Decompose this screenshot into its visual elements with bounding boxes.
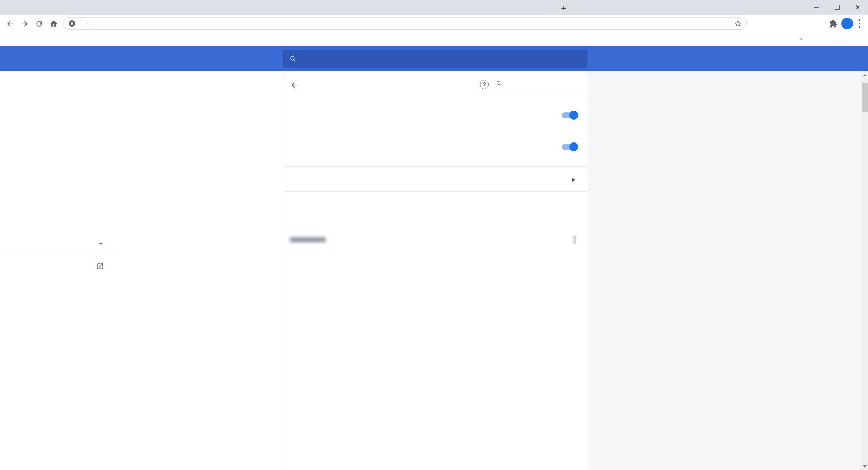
saved-passwords-title-redacted: [290, 237, 326, 242]
profile-avatar[interactable]: [841, 18, 853, 29]
forward-arrow-icon: [20, 19, 29, 28]
toggle-knob: [569, 142, 578, 151]
row-check-passwords[interactable]: [283, 167, 587, 191]
settings-search-box[interactable]: [283, 50, 587, 68]
sidebar-item-about-chrome[interactable]: [0, 276, 113, 294]
tab-strip: + ✕: [0, 0, 868, 15]
chevron-down-icon: [99, 243, 103, 245]
chrome-window: + ✕: [0, 0, 868, 470]
back-arrow-icon: [290, 81, 299, 89]
url-selected-text[interactable]: [87, 23, 88, 24]
window-controls: ✕: [806, 0, 868, 14]
passwords-card: ?: [283, 74, 587, 470]
auto-signin-toggle[interactable]: [562, 144, 577, 150]
search-icon: [289, 55, 297, 63]
settings-header: [0, 46, 868, 71]
chrome-menu-button[interactable]: [854, 19, 864, 28]
extensions-menu-button[interactable]: [828, 19, 838, 28]
password-search-field[interactable]: [496, 79, 582, 89]
back-arrow-icon: [6, 19, 14, 28]
settings-page: ?: [0, 71, 868, 470]
restore-button[interactable]: [826, 0, 847, 14]
restore-icon: [835, 5, 840, 10]
puzzle-icon: [829, 19, 838, 28]
chrome-page-icon: [69, 20, 75, 27]
close-button[interactable]: ✕: [847, 0, 868, 14]
home-button[interactable]: [48, 18, 59, 29]
bookmark-star-button[interactable]: [734, 19, 743, 28]
three-dots-icon: [859, 19, 860, 28]
scrollbar[interactable]: [861, 71, 868, 470]
search-icon: [496, 80, 503, 87]
row-auto-signin: [283, 127, 587, 166]
star-icon: [734, 19, 742, 28]
offer-save-toggle[interactable]: [562, 112, 577, 118]
reload-icon: [35, 19, 43, 28]
address-bar[interactable]: [62, 17, 747, 30]
back-button-settings[interactable]: [289, 80, 300, 90]
subpage-arrow-icon: [572, 178, 575, 182]
reload-button[interactable]: [33, 18, 44, 29]
sidebar-separator: [0, 254, 113, 254]
row-offer-save-passwords: [283, 103, 587, 127]
password-search-input[interactable]: [506, 79, 576, 87]
help-button[interactable]: ?: [480, 80, 489, 89]
saved-passwords-menu-button[interactable]: [574, 235, 576, 244]
back-button[interactable]: [5, 18, 15, 29]
bookmarks-overflow-chevron[interactable]: »: [799, 35, 802, 42]
row-google-account: [283, 192, 587, 222]
browser-toolbar: [0, 15, 868, 32]
forward-button[interactable]: [19, 18, 30, 29]
page-background: [588, 71, 861, 470]
settings-search-input[interactable]: [302, 55, 557, 63]
sidebar-item-advanced[interactable]: [0, 235, 113, 253]
new-tab-button[interactable]: +: [558, 3, 570, 15]
scrollbar-thumb[interactable]: [862, 83, 868, 112]
url-separator: [83, 20, 83, 27]
passwords-card-header: ?: [283, 74, 587, 103]
external-link-icon: [96, 263, 104, 272]
bookmarks-bar: »: [0, 32, 868, 46]
scrollbar-down-arrow[interactable]: [861, 463, 868, 470]
minimize-icon: [814, 7, 819, 8]
toggle-knob: [569, 111, 578, 120]
sidebar-item-extensions[interactable]: [0, 258, 113, 276]
close-icon: ✕: [855, 4, 860, 11]
home-icon: [49, 19, 58, 28]
minimize-button[interactable]: [806, 0, 826, 14]
table-column-headers: [283, 258, 587, 263]
scrollbar-up-arrow[interactable]: [861, 72, 868, 79]
